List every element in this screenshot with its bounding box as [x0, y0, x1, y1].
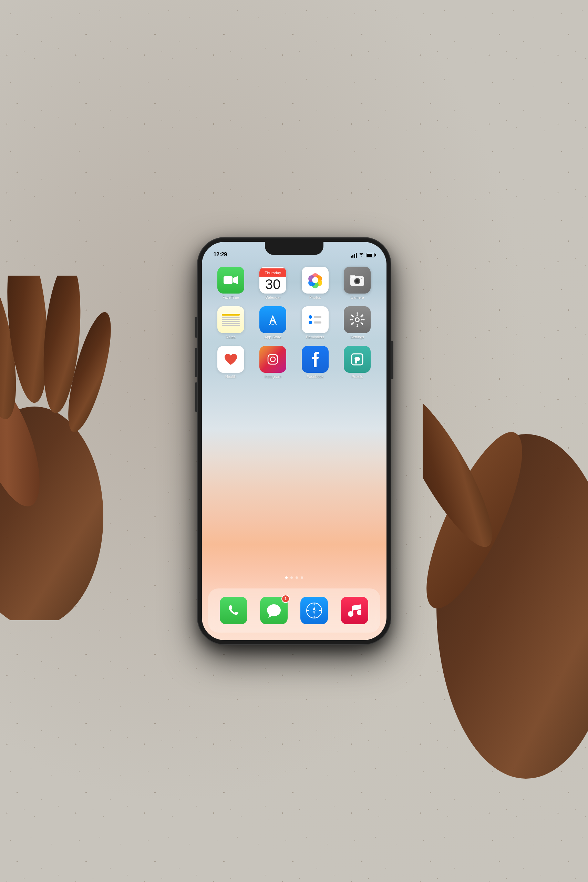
calendar-label: Calendar — [265, 295, 281, 299]
dock-music[interactable] — [340, 597, 368, 624]
app-facebook[interactable]: Facebook — [296, 346, 335, 379]
health-icon — [218, 346, 244, 373]
svg-point-26 — [309, 321, 312, 324]
photos-label: Photos — [309, 295, 321, 299]
notes-label: Notes — [226, 335, 236, 339]
wifi-icon — [358, 252, 364, 258]
health-label: Health — [225, 375, 236, 379]
app-calendar[interactable]: Thursday 30 Calendar — [254, 267, 292, 299]
facebook-label: Facebook — [307, 375, 324, 379]
camera-icon — [344, 267, 370, 294]
safari-app-icon — [300, 597, 328, 624]
svg-marker-41 — [313, 610, 315, 615]
svg-rect-27 — [314, 316, 321, 318]
svg-point-30 — [356, 318, 358, 321]
svg-point-32 — [270, 357, 275, 362]
page-dot-2[interactable] — [290, 576, 293, 579]
messages-badge: 1 — [281, 595, 290, 603]
app-grid: FaceTime Thursday 30 Calendar — [202, 263, 387, 382]
app-notes[interactable]: Notes — [212, 306, 250, 339]
reminders-icon — [302, 306, 328, 333]
hand-left — [0, 276, 131, 620]
phone-app-icon — [220, 597, 248, 624]
svg-marker-10 — [233, 276, 238, 284]
svg-rect-24 — [272, 324, 274, 324]
app-camera[interactable]: Camera — [338, 267, 377, 299]
phone-frame: 12:29 — [198, 238, 391, 644]
svg-rect-45 — [361, 604, 362, 611]
appstore-icon — [260, 306, 286, 333]
svg-rect-44 — [352, 606, 353, 613]
camera-label: Camera — [351, 295, 364, 299]
facebook-icon — [302, 346, 328, 373]
svg-point-17 — [312, 277, 318, 283]
calendar-day-num: 30 — [265, 277, 281, 292]
page-dots — [202, 576, 387, 579]
settings-label: Settings — [350, 335, 364, 339]
phone-screen: 12:29 — [202, 242, 387, 640]
battery-icon — [366, 253, 375, 257]
svg-rect-9 — [224, 276, 232, 284]
svg-point-22 — [356, 280, 358, 282]
svg-point-25 — [309, 315, 312, 319]
facetime-icon — [218, 267, 244, 294]
app-pexels[interactable]: Pexels — [338, 346, 377, 379]
settings-icon — [344, 306, 370, 333]
facetime-label: FaceTime — [222, 295, 239, 299]
reminders-label: Reminders — [306, 335, 324, 339]
instagram-icon — [260, 346, 286, 373]
app-instagram[interactable]: Instagram — [254, 346, 292, 379]
page-dot-4[interactable] — [301, 576, 303, 579]
notch — [265, 242, 324, 255]
calendar-icon: Thursday 30 — [260, 267, 286, 294]
page-dot-3[interactable] — [296, 576, 298, 579]
photos-icon — [302, 267, 328, 294]
notes-icon — [218, 306, 244, 333]
music-app-icon — [340, 597, 368, 624]
calendar-day-name: Thursday — [265, 271, 281, 275]
app-photos[interactable]: Photos — [296, 267, 335, 299]
pexels-label: Pexels — [352, 375, 363, 379]
app-facetime[interactable]: FaceTime — [212, 267, 250, 299]
dock-safari[interactable] — [300, 597, 328, 624]
svg-point-43 — [357, 610, 362, 615]
svg-point-33 — [276, 355, 278, 357]
instagram-label: Instagram — [264, 375, 281, 379]
dock-messages[interactable]: 1 — [260, 597, 288, 624]
svg-point-23 — [361, 278, 362, 279]
app-settings[interactable]: Settings — [338, 306, 377, 339]
app-reminders[interactable]: Reminders — [296, 306, 335, 339]
pexels-icon — [344, 346, 370, 373]
signal-bars-icon — [351, 253, 357, 258]
appstore-label: App Store — [264, 335, 281, 339]
dock-phone[interactable] — [220, 597, 248, 624]
svg-rect-19 — [350, 275, 355, 278]
page-dot-1[interactable] — [285, 576, 288, 579]
app-health[interactable]: Health — [212, 346, 250, 379]
svg-rect-28 — [314, 321, 321, 324]
status-time: 12:29 — [214, 252, 227, 258]
svg-marker-40 — [313, 606, 315, 610]
hand-right — [423, 400, 588, 813]
app-appstore[interactable]: App Store — [254, 306, 292, 339]
dock: 1 — [208, 588, 380, 633]
status-right-icons — [351, 252, 375, 258]
